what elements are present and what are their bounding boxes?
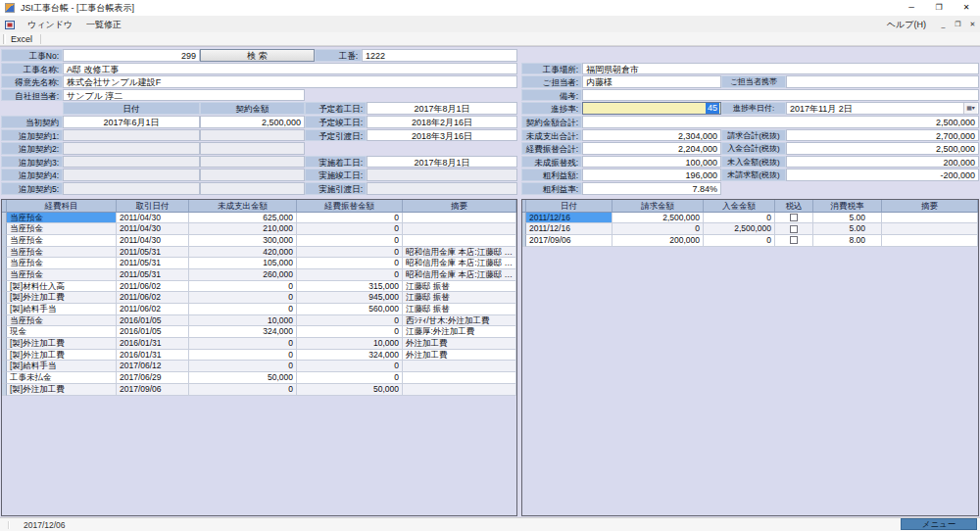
child-minimize-icon[interactable]: _: [936, 18, 951, 31]
cell[interactable]: 0: [297, 361, 403, 372]
cell[interactable]: 昭和信用金庫 本店:江藤邸 …: [403, 269, 516, 281]
cell[interactable]: 2011/04/30: [117, 235, 189, 247]
client-name-input[interactable]: 株式会社サンプル建設F: [63, 75, 517, 88]
checkbox-icon[interactable]: [790, 214, 798, 221]
cell[interactable]: 2011/05/31: [117, 247, 189, 259]
cell[interactable]: 昭和信用金庫 本店:江藤邸 …: [403, 258, 516, 269]
additional-contract-3-date[interactable]: [63, 156, 200, 169]
cell[interactable]: 300,000: [189, 235, 297, 247]
cell[interactable]: 50,000: [297, 384, 403, 396]
cell[interactable]: [製]材料仕入高: [7, 281, 117, 293]
child-restore-icon[interactable]: ❐: [951, 18, 965, 31]
column-header[interactable]: 摘要: [882, 200, 978, 213]
cell[interactable]: 当座預金: [7, 258, 117, 269]
progress-date-picker[interactable]: 2017年11月 2日▦▾: [786, 102, 979, 115]
cell[interactable]: 2011/06/02: [117, 281, 189, 293]
actual-start-input[interactable]: 2017年8月1日: [367, 156, 517, 169]
cell[interactable]: [403, 213, 516, 224]
cell[interactable]: 当座預金: [7, 213, 117, 224]
cell[interactable]: 2011/06/02: [117, 304, 189, 315]
cell[interactable]: [製]給料手当: [7, 361, 117, 372]
cell[interactable]: 2016/01/31: [117, 350, 189, 362]
additional-contract-2-date[interactable]: [63, 142, 200, 155]
cell[interactable]: [製]外注加工費: [7, 384, 117, 396]
cell[interactable]: [882, 223, 978, 235]
column-header[interactable]: 請求金額: [612, 200, 704, 213]
cell[interactable]: 10,000: [297, 338, 403, 350]
cell[interactable]: 2011/06/02: [117, 292, 189, 304]
cell[interactable]: 2011/05/31: [117, 269, 189, 281]
cell[interactable]: 945,000: [297, 292, 403, 304]
cell[interactable]: 0: [189, 304, 297, 315]
cell[interactable]: 420,000: [189, 247, 297, 259]
cell[interactable]: 0: [297, 372, 403, 384]
cell[interactable]: 当座預金: [7, 269, 117, 281]
cell[interactable]: [403, 223, 516, 235]
restore-icon[interactable]: ❐: [925, 0, 953, 16]
menu-window[interactable]: ウィンドウ: [21, 19, 79, 31]
actual-handover-input[interactable]: [367, 182, 517, 195]
koban-input[interactable]: 1222: [362, 49, 517, 62]
cell[interactable]: 江藤邸 振替: [403, 292, 516, 304]
tax-included-checkbox[interactable]: [775, 223, 813, 235]
cell[interactable]: 2011/04/30: [117, 213, 189, 224]
cell[interactable]: 0: [297, 247, 403, 259]
cell[interactable]: 200,000: [612, 235, 704, 247]
cell[interactable]: 0: [189, 338, 297, 350]
cell[interactable]: 324,000: [297, 350, 403, 362]
column-header[interactable]: 経費科目: [7, 200, 117, 213]
cell[interactable]: 0: [189, 384, 297, 396]
cell[interactable]: 外注加工費: [403, 350, 516, 362]
column-header[interactable]: 日付: [526, 200, 612, 213]
cell[interactable]: 当座預金: [7, 223, 117, 235]
cell[interactable]: 0: [612, 223, 704, 235]
cell[interactable]: [403, 372, 516, 384]
actual-finish-input[interactable]: [367, 169, 517, 181]
cell[interactable]: [403, 235, 516, 247]
site-input[interactable]: 福岡県朝倉市: [582, 63, 979, 75]
cell[interactable]: 0: [704, 213, 775, 224]
menu-help[interactable]: ヘルプ(H): [877, 19, 936, 31]
contact-input[interactable]: 内藤様: [582, 75, 721, 88]
cell[interactable]: 0: [297, 315, 403, 327]
cell[interactable]: 2016/01/05: [117, 315, 189, 327]
planned-finish-input[interactable]: 2018年2月16日: [367, 116, 517, 128]
close-icon[interactable]: ✕: [953, 0, 980, 16]
cell[interactable]: 2016/01/31: [117, 338, 189, 350]
column-header[interactable]: 未成支出金額: [189, 200, 297, 213]
cell[interactable]: 0: [297, 235, 403, 247]
cell[interactable]: 0: [297, 326, 403, 338]
additional-contract-5-amount[interactable]: [200, 182, 305, 195]
calendar-dropdown-icon[interactable]: ▦▾: [963, 103, 977, 114]
cell[interactable]: 江藤邸 振替: [403, 281, 516, 293]
cell[interactable]: 西ｼﾃｨ/甘木:外注加工費: [403, 315, 516, 327]
child-close-icon[interactable]: ✕: [965, 18, 980, 31]
additional-contract-3-amount[interactable]: [200, 156, 305, 169]
column-header[interactable]: 入金金額: [704, 200, 775, 213]
koji-no-input[interactable]: 299: [63, 49, 200, 62]
checkbox-icon[interactable]: [790, 225, 798, 233]
cell[interactable]: [403, 384, 516, 396]
cell[interactable]: 625,000: [189, 213, 297, 224]
cell[interactable]: 2017/09/06: [526, 235, 612, 247]
additional-contract-4-amount[interactable]: [200, 169, 305, 181]
cell[interactable]: 105,000: [189, 258, 297, 269]
cell[interactable]: 0: [189, 361, 297, 372]
cell[interactable]: 当座預金: [7, 235, 117, 247]
cell[interactable]: 2017/06/12: [117, 361, 189, 372]
cell[interactable]: 2,500,000: [612, 213, 704, 224]
cell[interactable]: 2011/04/30: [117, 223, 189, 235]
cell[interactable]: 2017/09/06: [117, 384, 189, 396]
additional-contract-1-date[interactable]: [63, 129, 200, 142]
excel-button[interactable]: Excel: [6, 34, 40, 44]
additional-contract-4-date[interactable]: [63, 169, 200, 181]
cell[interactable]: 0: [189, 350, 297, 362]
cell[interactable]: [製]外注加工費: [7, 292, 117, 304]
menu-list-edit[interactable]: 一覧修正: [79, 19, 128, 31]
minimize-icon[interactable]: ─: [898, 0, 925, 16]
cell[interactable]: [製]外注加工費: [7, 338, 117, 350]
cell[interactable]: 当座預金: [7, 247, 117, 259]
cell[interactable]: 260,000: [189, 269, 297, 281]
cell[interactable]: 外注加工費: [403, 338, 516, 350]
additional-contract-1-amount[interactable]: [200, 129, 305, 142]
